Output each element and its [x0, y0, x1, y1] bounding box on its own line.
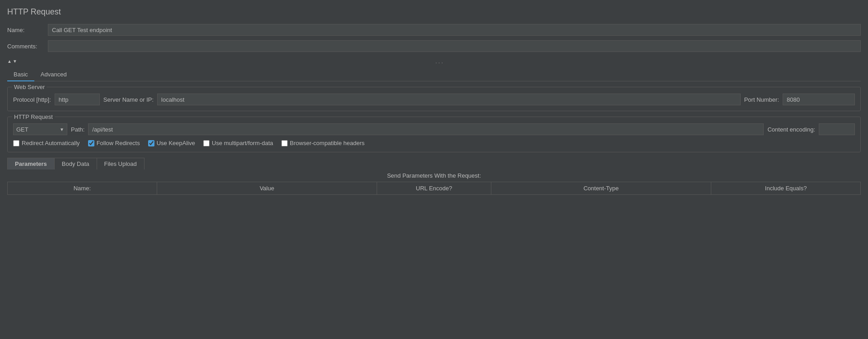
multipart-checkbox[interactable] — [203, 140, 210, 146]
send-params-label: Send Parameters With the Request: — [7, 170, 861, 182]
divider-row: ▲ ▼ ... — [7, 56, 861, 66]
path-label: Path: — [71, 126, 84, 133]
http-request-section: HTTP Request GET POST PUT DELETE PATCH H… — [7, 117, 861, 152]
redirect-auto-checkbox[interactable] — [13, 140, 19, 146]
encoding-input[interactable] — [819, 123, 855, 135]
arrow-down-icon[interactable]: ▼ — [13, 59, 17, 64]
keepalive-label: Use KeepAlive — [157, 140, 195, 146]
protocol-label: Protocol [http]: — [13, 96, 51, 103]
method-select-wrapper[interactable]: GET POST PUT DELETE PATCH HEAD OPTIONS ▼ — [13, 123, 67, 135]
follow-redirects-label: Follow Redirects — [97, 140, 140, 146]
comments-row: Comments: — [7, 40, 861, 52]
name-row: Name: — [7, 24, 861, 36]
tab-advanced[interactable]: Advanced — [34, 68, 73, 81]
redirect-auto-checkbox-item[interactable]: Redirect Automatically — [13, 140, 80, 146]
http-request-title: HTTP Request — [12, 113, 55, 120]
page-title: HTTP Request — [7, 7, 861, 17]
sub-tab-files-upload[interactable]: Files Upload — [97, 158, 144, 170]
col-contenttype-header: Content-Type — [491, 182, 712, 194]
encoding-label: Content encoding: — [767, 126, 815, 133]
checkboxes-row: Redirect Automatically Follow Redirects … — [13, 140, 855, 146]
web-server-section: Web Server Protocol [http]: Server Name … — [7, 87, 861, 111]
comments-label: Comments: — [7, 43, 48, 50]
path-input[interactable] — [88, 123, 764, 135]
redirect-auto-label: Redirect Automatically — [22, 140, 80, 146]
parameters-section: Parameters Body Data Files Upload Send P… — [7, 158, 861, 195]
collapse-arrows[interactable]: ▲ ▼ — [7, 59, 17, 64]
method-path-row: GET POST PUT DELETE PATCH HEAD OPTIONS ▼… — [13, 123, 855, 135]
port-number-input[interactable] — [783, 94, 855, 105]
col-value-header: Value — [157, 182, 378, 194]
browser-headers-label: Browser-compatible headers — [290, 140, 364, 146]
sub-tab-body-data[interactable]: Body Data — [55, 158, 97, 170]
browser-headers-checkbox[interactable] — [281, 140, 288, 146]
arrow-up-icon[interactable]: ▲ — [7, 59, 12, 64]
follow-redirects-checkbox-item[interactable]: Follow Redirects — [88, 140, 140, 146]
col-urlencode-header: URL Encode? — [377, 182, 491, 194]
port-number-label: Port Number: — [744, 96, 779, 103]
keepalive-checkbox-item[interactable]: Use KeepAlive — [148, 140, 195, 146]
table-header-row: Name: Value URL Encode? Content-Type Inc… — [8, 182, 860, 194]
name-input[interactable] — [48, 24, 861, 36]
parameters-table-wrapper: Name: Value URL Encode? Content-Type Inc… — [7, 182, 861, 195]
protocol-input[interactable] — [55, 94, 100, 105]
server-name-label: Server Name or IP: — [103, 96, 154, 103]
server-name-input[interactable] — [157, 94, 741, 105]
web-server-title: Web Server — [12, 84, 47, 90]
sub-tabs: Parameters Body Data Files Upload — [7, 158, 145, 170]
multipart-checkbox-item[interactable]: Use multipart/form-data — [203, 140, 273, 146]
method-select[interactable]: GET POST PUT DELETE PATCH HEAD OPTIONS — [16, 126, 57, 133]
tab-basic[interactable]: Basic — [7, 68, 34, 81]
col-name-header: Name: — [8, 182, 157, 194]
browser-headers-checkbox-item[interactable]: Browser-compatible headers — [281, 140, 364, 146]
multipart-label: Use multipart/form-data — [212, 140, 273, 146]
method-dropdown-arrow-icon: ▼ — [60, 127, 64, 132]
web-server-row: Protocol [http]: Server Name or IP: Port… — [13, 94, 855, 105]
main-tabs: Basic Advanced — [7, 68, 861, 81]
sub-tab-parameters[interactable]: Parameters — [8, 158, 55, 170]
divider-dots: ... — [19, 58, 861, 65]
col-includeequals-header: Include Equals? — [711, 182, 860, 194]
follow-redirects-checkbox[interactable] — [88, 140, 94, 146]
keepalive-checkbox[interactable] — [148, 140, 154, 146]
name-label: Name: — [7, 27, 48, 33]
comments-input[interactable] — [48, 40, 861, 52]
